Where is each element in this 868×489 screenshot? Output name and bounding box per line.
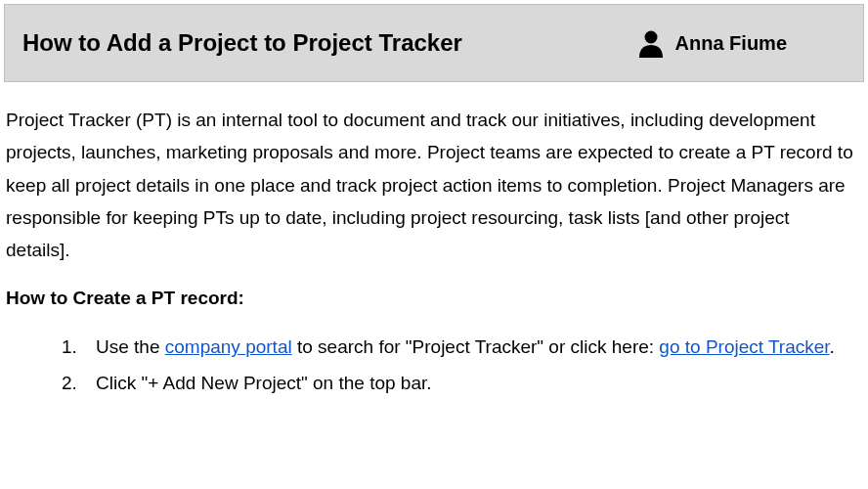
list-item: Use the company portal to search for "Pr… [82, 331, 858, 363]
header-bar: How to Add a Project to Project Tracker … [4, 4, 864, 82]
list-item: Click "+ Add New Project" on the top bar… [82, 367, 858, 399]
author-name: Anna Fiume [675, 32, 787, 55]
company-portal-link[interactable]: company portal [165, 336, 292, 357]
step-text: Use the [96, 336, 165, 357]
intro-paragraph: Project Tracker (PT) is an internal tool… [6, 104, 858, 266]
steps-list: Use the company portal to search for "Pr… [6, 331, 858, 399]
person-icon [636, 28, 666, 58]
author-block: Anna Fiume [636, 28, 787, 58]
go-to-project-tracker-link[interactable]: go to Project Tracker [659, 336, 829, 357]
step-text: . [830, 336, 835, 357]
page-title: How to Add a Project to Project Tracker [22, 29, 462, 57]
step-text: to search for "Project Tracker" or click… [292, 336, 660, 357]
svg-point-0 [644, 31, 657, 44]
step-text: Click "+ Add New Project" on the top bar… [96, 373, 432, 393]
section-heading: How to Create a PT record: [6, 288, 858, 309]
content-area: Project Tracker (PT) is an internal tool… [0, 86, 868, 399]
